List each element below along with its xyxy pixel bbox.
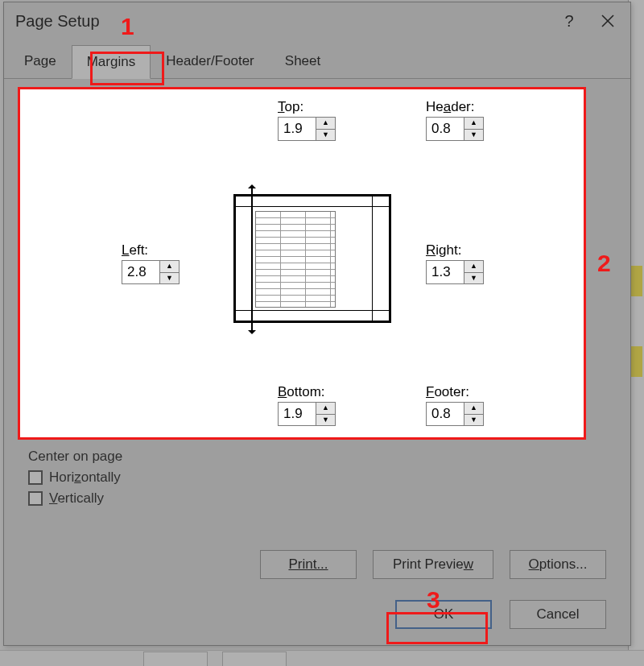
margin-right-spinner[interactable]: ▲ ▼	[426, 260, 484, 284]
center-horizontal-row[interactable]: Horizontally	[28, 470, 122, 486]
page-preview	[233, 194, 391, 323]
annotation-1: 1	[121, 13, 134, 40]
margin-footer-input[interactable]	[427, 403, 464, 425]
titlebar: Page Setup ?	[4, 2, 630, 39]
margin-top-spinner[interactable]: ▲ ▼	[278, 117, 336, 141]
spin-down-icon[interactable]: ▼	[160, 273, 179, 284]
margin-left-label: Left:	[122, 242, 148, 259]
annotation-3: 3	[427, 586, 440, 614]
button-row-lower: OK Cancel	[4, 600, 630, 629]
margin-bottom-spinner[interactable]: ▲ ▼	[278, 402, 336, 426]
print-button[interactable]: Print...	[260, 550, 357, 579]
cancel-button[interactable]: Cancel	[510, 600, 606, 629]
margin-footer-label: Footer:	[426, 384, 469, 400]
margin-right-input[interactable]	[427, 261, 464, 283]
print-preview-button[interactable]: Print Preview	[373, 550, 493, 579]
spin-up-icon[interactable]: ▲	[316, 403, 335, 415]
close-button[interactable]	[588, 5, 627, 37]
margin-left-input[interactable]	[122, 261, 159, 283]
center-vertical-label: Vertically	[49, 490, 104, 507]
margin-left-spinner[interactable]: ▲ ▼	[122, 260, 180, 284]
center-horizontal-checkbox[interactable]	[28, 470, 43, 485]
options-button[interactable]: Options...	[510, 550, 606, 579]
margins-panel: Top: ▲ ▼ Header: ▲ ▼ Left:	[18, 87, 586, 440]
center-vertical-checkbox[interactable]	[28, 491, 43, 506]
annotation-2: 2	[597, 250, 611, 277]
center-vertical-row[interactable]: Vertically	[28, 490, 122, 507]
spin-down-icon[interactable]: ▼	[316, 130, 335, 141]
spin-up-icon[interactable]: ▲	[464, 403, 483, 415]
button-row-upper: Print... Print Preview Options...	[4, 550, 630, 579]
margin-header-input[interactable]	[427, 118, 464, 140]
margin-top-label: Top:	[278, 99, 303, 115]
spin-down-icon[interactable]: ▼	[464, 273, 483, 284]
spin-down-icon[interactable]: ▼	[464, 415, 483, 426]
margin-bottom-input[interactable]	[279, 403, 316, 425]
spin-down-icon[interactable]: ▼	[464, 130, 483, 141]
margin-indicator-arrow	[251, 188, 253, 331]
help-button[interactable]: ?	[550, 5, 588, 37]
spin-up-icon[interactable]: ▲	[464, 118, 483, 130]
spin-down-icon[interactable]: ▼	[316, 415, 335, 426]
margin-footer-spinner[interactable]: ▲ ▼	[426, 402, 484, 426]
tab-page[interactable]: Page	[9, 44, 72, 78]
margin-header-label: Header:	[426, 99, 475, 115]
center-on-page-group: Center on page Horizontally Vertically	[28, 449, 122, 507]
tab-sheet[interactable]: Sheet	[270, 44, 336, 78]
tab-headerfooter[interactable]: Header/Footer	[151, 44, 270, 78]
close-icon	[601, 14, 615, 28]
center-on-page-label: Center on page	[28, 449, 122, 465]
spin-up-icon[interactable]: ▲	[316, 118, 335, 130]
dialog-title: Page Setup	[15, 12, 100, 31]
annotation-box-margins-tab	[90, 52, 164, 85]
spin-up-icon[interactable]: ▲	[464, 261, 483, 273]
margin-header-spinner[interactable]: ▲ ▼	[426, 117, 484, 141]
annotation-box-ok-button	[386, 612, 488, 644]
margin-right-label: Right:	[426, 242, 461, 259]
center-horizontal-label: Horizontally	[49, 470, 121, 486]
spin-up-icon[interactable]: ▲	[160, 261, 179, 273]
margin-bottom-label: Bottom:	[278, 384, 325, 400]
background-bottom-strip	[0, 650, 644, 666]
margin-top-input[interactable]	[279, 118, 316, 140]
